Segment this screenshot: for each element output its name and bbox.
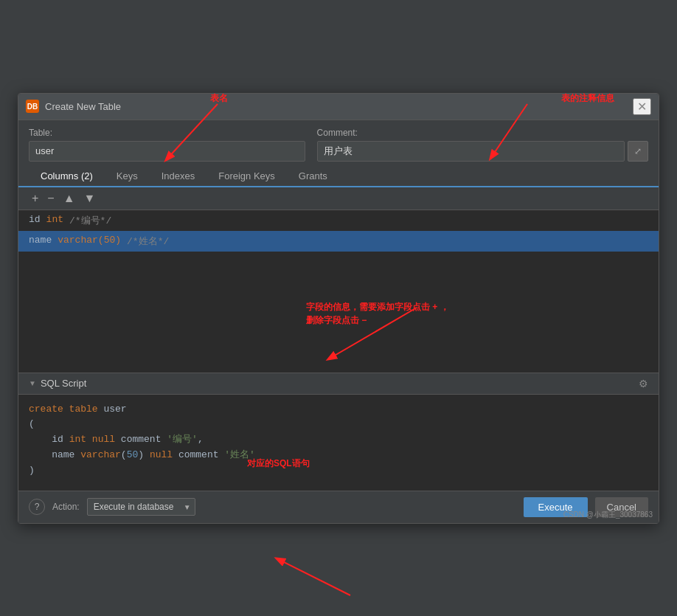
sql-line-5: ) — [29, 463, 648, 479]
svg-line-3 — [277, 558, 350, 595]
cancel-button[interactable]: Cancel — [595, 497, 648, 517]
col-name-comment: /*姓名*/ — [127, 235, 169, 248]
col-name-type: varchar(50) — [58, 235, 121, 248]
table-row[interactable]: name varchar(50) /*姓名*/ — [18, 231, 659, 252]
table-row[interactable]: id int /*编号*/ — [18, 210, 659, 231]
table-name-input[interactable] — [29, 141, 305, 162]
tab-keys[interactable]: Keys — [105, 166, 150, 187]
title-bar: DB Create New Table ✕ — [18, 94, 659, 120]
sql-header-left: ▼ SQL Script — [29, 378, 86, 389]
tab-columns[interactable]: Columns (2) — [29, 166, 105, 187]
sql-line-2: ( — [29, 417, 648, 432]
remove-column-button[interactable]: − — [44, 190, 57, 207]
close-button[interactable]: ✕ — [633, 98, 651, 115]
sql-code-block: create table user ( id int null comment … — [18, 395, 659, 491]
tab-grants[interactable]: Grants — [287, 166, 339, 187]
sql-line-3: id int null comment '编号', — [29, 432, 648, 448]
col-id-type: int — [46, 214, 63, 227]
tabs-bar: Columns (2) Keys Indexes Foreign Keys Gr… — [18, 166, 659, 187]
sql-line-4: name varchar(50) null comment '姓名' — [29, 448, 648, 463]
help-button[interactable]: ? — [29, 499, 45, 515]
tab-indexes[interactable]: Indexes — [150, 166, 207, 187]
action-label: Action: — [52, 502, 80, 512]
table-name-group: Table: — [29, 128, 305, 162]
sql-section: ▼ SQL Script ⚙ create table user ( id in… — [18, 373, 659, 491]
execute-button[interactable]: Execute — [524, 497, 588, 517]
app-icon: DB — [26, 100, 39, 113]
comment-expand-button[interactable]: ⤢ — [628, 141, 648, 162]
comment-row: ⤢ — [317, 141, 648, 162]
bottom-bar: ? Action: Execute in database Preview SQ… — [18, 491, 659, 523]
collapse-triangle: ▼ — [29, 379, 36, 387]
comment-input[interactable] — [317, 141, 625, 162]
sql-header: ▼ SQL Script ⚙ — [18, 373, 659, 395]
add-column-button[interactable]: + — [29, 190, 41, 207]
create-table-dialog: DB Create New Table ✕ Table: Comment: ⤢ … — [18, 93, 659, 524]
comment-group: Comment: ⤢ — [317, 128, 648, 162]
sql-settings-button[interactable]: ⚙ — [639, 378, 648, 390]
col-name-name: name — [29, 235, 52, 248]
sql-line-1: create table user — [29, 402, 648, 418]
form-area: Table: Comment: ⤢ — [18, 120, 659, 166]
tab-foreign-keys[interactable]: Foreign Keys — [206, 166, 287, 187]
comment-label: Comment: — [317, 128, 648, 138]
col-id-comment: /*编号*/ — [69, 214, 111, 227]
sql-script-label: SQL Script — [41, 378, 86, 389]
col-id-name: id — [29, 214, 41, 227]
table-label: Table: — [29, 128, 305, 138]
action-select[interactable]: Execute in database Preview SQL — [87, 498, 195, 516]
dialog-title: Create New Table — [45, 101, 633, 112]
columns-toolbar: + − ▲ ▼ — [18, 187, 659, 210]
move-up-button[interactable]: ▲ — [60, 190, 78, 207]
columns-area: id int /*编号*/ name varchar(50) /*姓名*/ — [18, 210, 659, 373]
action-select-wrapper: Execute in database Preview SQL — [87, 498, 195, 516]
move-down-button[interactable]: ▼ — [81, 190, 99, 207]
empty-columns-space — [18, 252, 659, 340]
